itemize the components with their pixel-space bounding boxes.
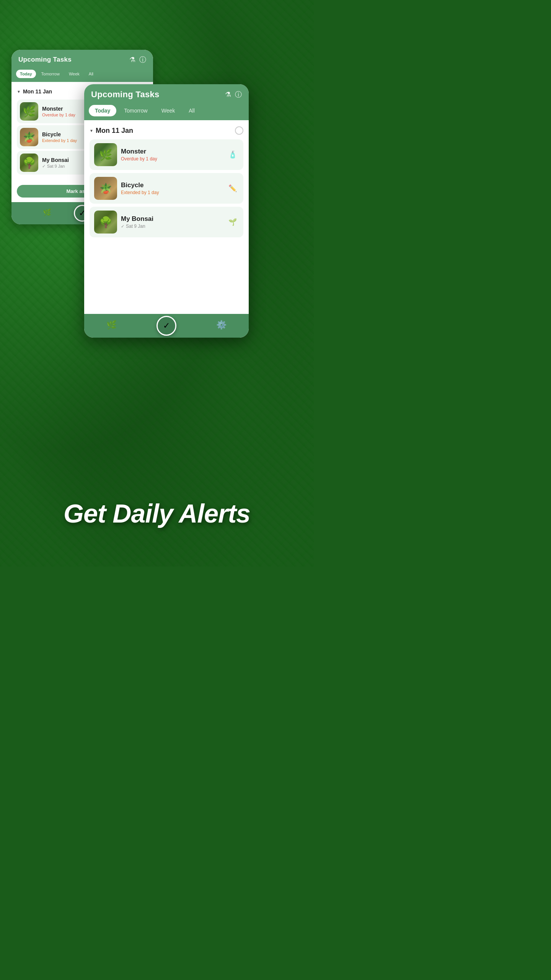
tab-week-front[interactable]: Week — [155, 105, 181, 116]
plant-thumb-bicycle-front — [94, 177, 117, 200]
card-front-title: Upcoming Tasks — [91, 90, 160, 100]
task-name-monster-front: Monster — [121, 148, 223, 155]
task-name-bonsai-front: My Bonsai — [121, 215, 223, 223]
nav-plants-back[interactable]: 🌿 — [11, 205, 82, 220]
task-action-bicycle-front[interactable]: ✏️ — [227, 182, 239, 194]
filter-icon[interactable]: ⚗ — [129, 56, 135, 64]
nav-fab-icon-front: ✓ — [163, 321, 170, 331]
task-item-monster-front[interactable]: Monster Overdue by 1 day 🧴 — [90, 139, 243, 170]
card-front-tabs: Today Tomorrow Week All — [84, 105, 249, 120]
plant-thumb-monster-front — [94, 143, 117, 166]
card-back-tabs: Today Tomorrow Week All — [11, 70, 153, 82]
task-item-bonsai-front[interactable]: My Bonsai Sat 9 Jan 🌱 — [90, 207, 243, 237]
tab-today-back[interactable]: Today — [16, 70, 36, 78]
tab-week-back[interactable]: Week — [65, 70, 83, 78]
plant-thumb-bonsai-back — [20, 154, 38, 172]
card-front: Upcoming Tasks ⚗ ⓘ Today Tomorrow Week A… — [84, 84, 249, 338]
card-back-title: Upcoming Tasks — [18, 56, 72, 64]
plant-thumb-bicycle-back — [20, 128, 38, 146]
tab-all-back[interactable]: All — [85, 70, 97, 78]
task-status-monster-front: Overdue by 1 day — [121, 156, 223, 162]
tab-today-front[interactable]: Today — [89, 105, 116, 116]
info-icon-front[interactable]: ⓘ — [235, 90, 242, 99]
card-front-header-icons: ⚗ ⓘ — [225, 90, 242, 99]
task-status-bicycle-front: Extended by 1 day — [121, 190, 223, 195]
task-info-monster-front: Monster Overdue by 1 day — [121, 148, 223, 162]
task-info-bonsai-front: My Bonsai Sat 9 Jan — [121, 215, 223, 229]
nav-fab-front[interactable]: ✓ — [156, 316, 176, 336]
tab-tomorrow-front[interactable]: Tomorrow — [118, 105, 153, 116]
bottom-headline-container: Get Daily Alerts — [0, 498, 314, 528]
spacer — [84, 245, 249, 314]
nav-settings-front[interactable]: ⚙️ — [194, 317, 249, 333]
card-front-bottom-nav: 🌿 ✓ 📋 ⚙️ — [84, 314, 249, 338]
card-back-date-label: Mon 11 Jan — [17, 88, 52, 95]
task-info-bicycle-front: Bicycle Extended by 1 day — [121, 181, 223, 195]
headline-text: Get Daily Alerts — [0, 498, 314, 528]
card-back-header: Upcoming Tasks ⚗ ⓘ — [11, 50, 153, 70]
card-back-header-icons: ⚗ ⓘ — [129, 55, 146, 64]
plant-thumb-monster-back — [20, 102, 38, 121]
plant-thumb-bonsai-front — [94, 211, 117, 234]
task-name-bicycle-front: Bicycle — [121, 181, 223, 189]
task-item-bicycle-front[interactable]: Bicycle Extended by 1 day ✏️ — [90, 173, 243, 204]
scene: Upcoming Tasks ⚗ ⓘ Today Tomorrow Week A… — [0, 0, 314, 567]
filter-icon-front[interactable]: ⚗ — [225, 90, 231, 99]
tab-tomorrow-back[interactable]: Tomorrow — [37, 70, 64, 78]
card-front-content: Mon 11 Jan Monster Overdue by 1 day 🧴 Bi… — [84, 120, 249, 245]
info-icon[interactable]: ⓘ — [139, 55, 146, 64]
task-action-bonsai-front[interactable]: 🌱 — [227, 216, 239, 228]
card-front-header: Upcoming Tasks ⚗ ⓘ — [84, 84, 249, 105]
card-front-date-header: Mon 11 Jan — [90, 125, 243, 136]
nav-plants-front[interactable]: 🌿 — [84, 317, 139, 333]
cards-area: Upcoming Tasks ⚗ ⓘ Today Tomorrow Week A… — [0, 38, 314, 337]
card-front-circle-icon — [235, 126, 243, 135]
card-front-date-label: Mon 11 Jan — [90, 127, 133, 135]
task-date-bonsai-front: Sat 9 Jan — [121, 224, 223, 229]
task-action-monster-front[interactable]: 🧴 — [227, 149, 239, 161]
tab-all-front[interactable]: All — [183, 105, 201, 116]
